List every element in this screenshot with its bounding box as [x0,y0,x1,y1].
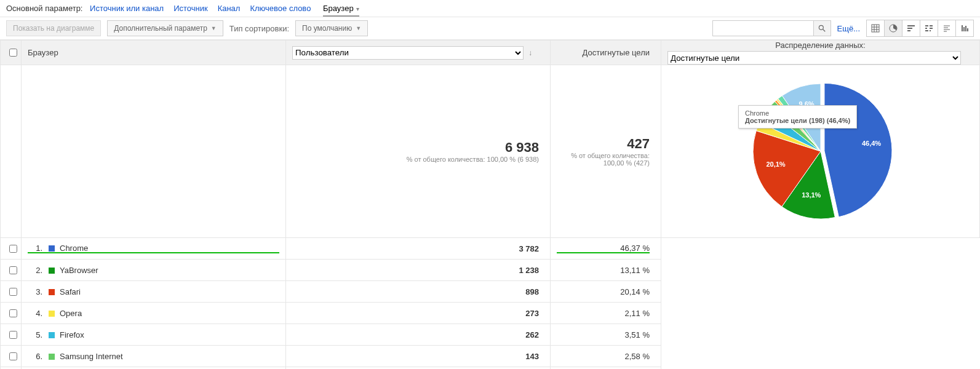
plot-rows-button[interactable]: Показать на диаграмме [6,20,101,36]
chart-cell: 46,4%13,1%20,1%9,6% Chrome Достигнутые ц… [661,65,980,238]
goals-cell: 46,37 % [551,238,661,260]
users-cell: 123 [286,367,551,370]
row-checkbox[interactable] [9,288,17,296]
column-header-goals[interactable]: Достигнутые цели [551,41,661,65]
search-input[interactable] [712,20,814,36]
svg-rect-9 [907,28,912,29]
series-swatch [49,332,55,338]
goals-cell: 3,51 % [551,324,661,346]
svg-rect-16 [930,30,931,31]
series-swatch [49,289,55,295]
users-cell: 898 [286,281,551,303]
browser-name: Chrome [60,244,88,253]
svg-rect-14 [930,28,933,29]
view-pivot-icon[interactable] [955,20,973,36]
table-row: 7.Edge1230,47 % [1,367,980,370]
svg-rect-11 [925,25,928,26]
svg-rect-24 [967,28,968,31]
row-checkbox[interactable] [9,309,17,317]
primary-dimension-bar: Основной параметр: Источник или каналИст… [0,0,980,17]
browser-name: Firefox [60,330,84,339]
series-swatch [49,311,55,317]
svg-rect-23 [965,26,966,31]
view-table-icon[interactable] [867,20,884,36]
total-goals-cell: 427 % от общего количества: 100,00 % (42… [551,65,661,238]
goals-cell: 0,47 % [551,367,661,370]
pie-chart: 46,4%13,1%20,1%9,6% [741,71,901,231]
search-box [712,20,831,36]
primary-dimension-link[interactable]: Канал [218,4,241,13]
chart-metric-select[interactable]: Достигнутые цели [667,51,961,65]
primary-dimension-link[interactable]: Источник или канал [90,4,164,13]
browser-name: YaBrowser [60,266,98,275]
goals-cell: 2,58 % [551,346,661,367]
svg-rect-22 [963,27,965,31]
sort-type-label: Тип сортировки: [229,24,289,33]
table-row: 6.Samsung Internet1432,58 % [1,346,980,367]
secondary-dimension-select[interactable]: Дополнительный параметр▼ [107,20,223,36]
primary-dimension-active[interactable]: Браузер ▾ [323,4,359,14]
row-checkbox[interactable] [9,266,17,274]
data-table: Браузер Пользователи ↓ Достигнутые цели … [0,40,980,369]
advanced-link[interactable]: Ещё... [837,24,860,33]
pie-slice-label: 20,1% [766,161,785,168]
metric-select-users[interactable]: Пользователи [292,46,524,60]
browser-name: Opera [60,309,82,318]
browser-cell[interactable]: 7.Edge [22,367,286,370]
view-switcher [866,20,974,37]
table-row: 5.Firefox2623,51 % [1,324,980,346]
column-header-users[interactable]: Пользователи ↓ [286,41,551,65]
users-cell: 273 [286,303,551,324]
series-swatch [49,268,55,274]
table-row: 3.Safari89820,14 % [1,281,980,303]
browser-cell[interactable]: 4.Opera [22,303,286,324]
row-checkbox[interactable] [9,331,17,339]
svg-rect-12 [930,25,933,26]
svg-rect-15 [925,30,928,31]
toolbar: Показать на диаграмме Дополнительный пар… [0,17,980,40]
sort-desc-icon[interactable]: ↓ [528,49,532,57]
browser-cell[interactable]: 2.YaBrowser [22,260,286,281]
table-row: 4.Opera2732,11 % [1,303,980,324]
view-pie-icon[interactable] [884,20,902,36]
svg-point-0 [819,25,823,30]
select-all-cell [1,41,22,65]
view-bar-icon[interactable] [902,20,920,36]
view-term-cloud-icon[interactable] [938,20,955,36]
browser-cell[interactable]: 5.Firefox [22,324,286,346]
series-swatch [49,354,55,360]
svg-rect-2 [872,25,879,32]
svg-rect-8 [907,25,915,26]
search-icon [818,24,826,33]
row-checkbox[interactable] [9,245,17,253]
table-row: 2.YaBrowser1 23813,11 % [1,260,980,281]
primary-dimension-link[interactable]: Источник [173,4,208,13]
browser-name: Safari [60,287,81,296]
browser-name: Samsung Internet [60,352,123,361]
column-header-browser[interactable]: Браузер [22,41,286,65]
users-cell: 3 782 [286,238,551,260]
goals-cell: 13,11 % [551,260,661,281]
pie-slice-label: 46,4% [861,140,880,147]
view-comparison-icon[interactable] [920,20,938,36]
chart-header: Распределение данных: Достигнутые цели [661,41,980,65]
select-all-checkbox[interactable] [9,49,17,57]
primary-dimension-link[interactable]: Ключевое слово [250,4,311,13]
goals-cell: 20,14 % [551,281,661,303]
svg-line-1 [823,30,826,32]
users-cell: 1 238 [286,260,551,281]
row-checkbox[interactable] [9,352,17,360]
users-cell: 262 [286,324,551,346]
primary-dimension-label: Основной параметр: [6,4,82,13]
chevron-down-icon: ▼ [356,25,361,31]
chevron-down-icon: ▾ [355,6,360,12]
browser-cell[interactable]: 3.Safari [22,281,286,303]
browser-cell[interactable]: 1.Chrome [22,238,286,260]
sort-type-select[interactable]: По умолчанию▼ [295,20,368,36]
search-button[interactable] [814,20,831,36]
goals-cell: 2,11 % [551,303,661,324]
chevron-down-icon: ▼ [211,25,217,31]
pie-slice[interactable] [824,83,891,216]
users-cell: 143 [286,346,551,367]
browser-cell[interactable]: 6.Samsung Internet [22,346,286,367]
